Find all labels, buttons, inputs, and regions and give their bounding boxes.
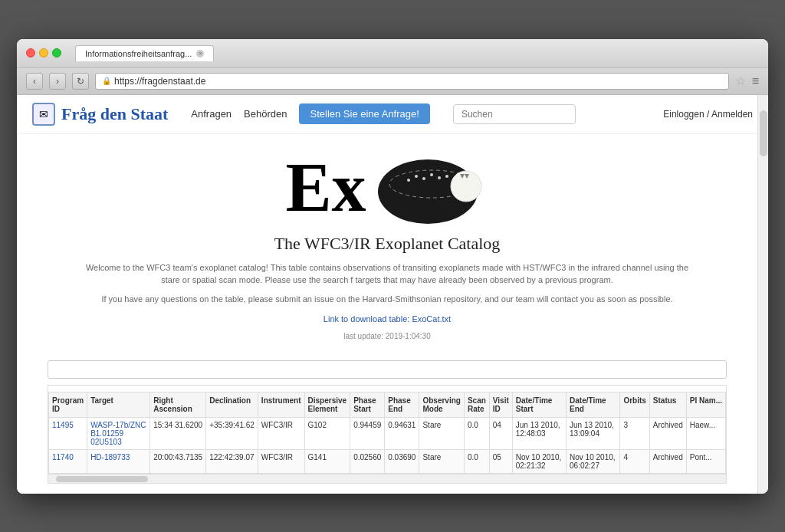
traffic-lights xyxy=(26,48,61,57)
col-phase-end: PhaseEnd xyxy=(385,392,419,418)
url-bar[interactable]: 🔒 https://fragdenstaat.de xyxy=(95,73,729,90)
description-text-1: Welcome to the WFC3 team's exoplanet cat… xyxy=(80,261,694,287)
main-content: Ex xyxy=(17,134,757,494)
logo-text: Fråg den Staat xyxy=(61,104,168,124)
tab-close-icon[interactable]: × xyxy=(196,50,204,57)
col-program-id: ProgramID xyxy=(49,392,87,418)
col-phase-start: PhaseStart xyxy=(350,392,385,418)
address-bar: ‹ › ↻ 🔒 https://fragdenstaat.de ☆ ≡ xyxy=(17,68,768,95)
svg-point-3 xyxy=(415,175,418,178)
table-search-input[interactable] xyxy=(48,360,727,379)
col-status: Status xyxy=(649,392,686,418)
envelope-icon: ✉ xyxy=(39,108,48,120)
tab-title: Informationsfreiheitsanfrag... xyxy=(85,49,192,58)
col-instrument: Instrument xyxy=(258,392,304,418)
col-obs-mode: ObservingMode xyxy=(419,392,464,418)
col-dispersive: DispersiveElement xyxy=(304,392,350,418)
hero-section: Ex xyxy=(48,134,727,350)
url-text: https://fragdenstaat.de xyxy=(114,76,205,87)
col-orbits: Orbits xyxy=(620,392,649,418)
data-table: ProgramID Target RightAscension Declinat… xyxy=(48,392,726,474)
exo-logo: Ex xyxy=(48,149,727,226)
col-dec: Declination xyxy=(206,392,258,418)
site-logo[interactable]: ✉ Fråg den Staat xyxy=(32,103,168,126)
vertical-scrollbar[interactable] xyxy=(757,95,768,494)
svg-point-4 xyxy=(422,177,425,180)
download-link[interactable]: Link to download table: ExoCat.txt xyxy=(324,314,451,323)
back-button[interactable]: ‹ xyxy=(26,73,43,90)
table-row: 11495WASP-17b/ZNC B1.01259 02U510315:34 … xyxy=(49,418,726,450)
active-tab[interactable]: Informationsfreiheitsanfrag... × xyxy=(75,45,214,61)
col-ra: RightAscension xyxy=(150,392,206,418)
search-input[interactable] xyxy=(453,104,576,124)
title-bar: Informationsfreiheitsanfrag... × xyxy=(17,39,768,68)
behoerden-link[interactable]: Behörden xyxy=(244,108,287,120)
nav-links: Anfragen Behörden Stellen Sie eine Anfra… xyxy=(191,103,430,124)
bookmark-icon[interactable]: ☆ xyxy=(735,74,746,88)
col-pi-name: PI Nam... xyxy=(686,392,725,418)
table-body: 11495WASP-17b/ZNC B1.01259 02U510315:34 … xyxy=(49,418,726,474)
login-link[interactable]: Einloggen / Anmelden xyxy=(663,109,753,120)
col-datetime-end: Date/TimeEnd xyxy=(567,392,620,418)
anfragen-link[interactable]: Anfragen xyxy=(191,108,232,120)
minimize-button[interactable] xyxy=(39,48,48,57)
col-visit-id: VisitID xyxy=(489,392,512,418)
ex-text: Ex xyxy=(285,153,366,222)
svg-point-5 xyxy=(430,173,433,176)
col-scan-rate: ScanRate xyxy=(464,392,489,418)
refresh-button[interactable]: ↻ xyxy=(72,73,89,90)
svg-point-2 xyxy=(407,179,410,182)
horizontal-scrollbar[interactable] xyxy=(48,475,727,484)
lock-icon: 🔒 xyxy=(102,77,111,85)
scrollbar-thumb-vertical[interactable] xyxy=(760,110,767,156)
update-text: last update: 2019-1:04:30 xyxy=(343,332,430,340)
search-box xyxy=(453,104,648,124)
browser-window: Informationsfreiheitsanfrag... × ‹ › ↻ 🔒… xyxy=(17,39,768,494)
table-header: ProgramID Target RightAscension Declinat… xyxy=(49,392,726,418)
col-target: Target xyxy=(87,392,150,418)
maximize-button[interactable] xyxy=(52,48,61,57)
anfrage-button[interactable]: Stellen Sie eine Anfrage! xyxy=(299,103,429,124)
forward-button[interactable]: › xyxy=(49,73,66,90)
page-content: ✉ Fråg den Staat Anfragen Behörden Stell… xyxy=(17,95,768,494)
table-row: 11740HD-18973320:00:43.7135122:42:39.07W… xyxy=(49,450,726,474)
planet-svg xyxy=(366,149,489,226)
table-wrapper: ProgramID Target RightAscension Declinat… xyxy=(48,385,727,475)
planet-graphic xyxy=(366,149,489,226)
menu-icon[interactable]: ≡ xyxy=(752,74,759,88)
logo-icon: ✉ xyxy=(32,103,55,126)
svg-point-6 xyxy=(438,176,441,179)
tab-bar: Informationsfreiheitsanfrag... × xyxy=(75,45,759,61)
scrollbar-thumb[interactable] xyxy=(56,476,148,482)
svg-point-7 xyxy=(445,175,448,178)
close-button[interactable] xyxy=(26,48,35,57)
col-datetime-start: Date/TimeStart xyxy=(512,392,566,418)
site-navigation: ✉ Fråg den Staat Anfragen Behörden Stell… xyxy=(17,95,768,134)
catalog-title: The WFC3/IR Exoplanet Catalog xyxy=(48,234,727,254)
description-text-2: If you have any questions on the table, … xyxy=(80,293,694,306)
table-search xyxy=(48,360,727,379)
